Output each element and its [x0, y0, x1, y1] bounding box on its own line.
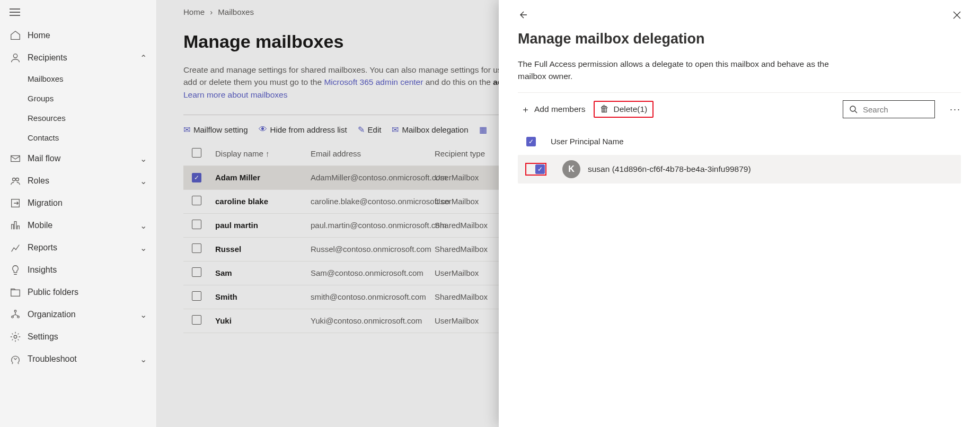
- person-icon: [10, 52, 22, 64]
- mobile-icon: [10, 220, 22, 231]
- search-box[interactable]: [843, 100, 935, 118]
- chevron-down-icon: ⌄: [140, 243, 147, 253]
- trouble-icon: [10, 353, 22, 365]
- settings-icon: [10, 331, 22, 343]
- sidebar-subitem-mailboxes[interactable]: Mailboxes: [0, 69, 156, 89]
- row-checkbox[interactable]: [192, 243, 201, 253]
- chevron-down-icon: ⌄: [140, 354, 147, 364]
- delegation-panel: Manage mailbox delegation The Full Acces…: [499, 0, 980, 427]
- back-button[interactable]: [518, 10, 527, 20]
- cell-email: AdamMiller@contoso.onmicrosoft.com: [311, 173, 435, 182]
- reports-icon: [10, 242, 22, 254]
- chevron-down-icon: ⌄: [140, 221, 147, 231]
- hide-from-list-button[interactable]: 👁Hide from address list: [259, 125, 347, 135]
- sort-asc-icon: ↑: [266, 149, 270, 158]
- sidebar-item-organization[interactable]: Organization⌄: [0, 303, 156, 326]
- sidebar-item-label: Mobile: [28, 221, 52, 230]
- cell-type: UserMailbox: [435, 173, 509, 182]
- svg-rect-1: [11, 156, 20, 162]
- row-checkbox[interactable]: [192, 291, 201, 301]
- cell-type: UserMailbox: [435, 197, 509, 206]
- sidebar-item-settings[interactable]: Settings: [0, 326, 156, 348]
- mailflow-icon: ✉: [183, 125, 190, 135]
- svg-point-0: [13, 54, 17, 58]
- sidebar-item-troubleshoot[interactable]: Troubleshoot⌄: [0, 348, 156, 370]
- mailbox-delegation-button[interactable]: ✉Mailbox delegation: [392, 125, 468, 135]
- member-row[interactable]: ✓ K susan (41d896n-cf6f-4b78-be4a-3infu9…: [518, 155, 961, 184]
- cell-type: SharedMailbox: [435, 221, 509, 230]
- chevron-down-icon: ⌄: [140, 310, 147, 320]
- row-checkbox[interactable]: ✓: [192, 173, 201, 182]
- sidebar-item-label: Contacts: [28, 133, 59, 142]
- cell-email: Yuki@contoso.onmicrosoft.com: [311, 316, 435, 325]
- chevron-down-icon: ⌄: [140, 176, 147, 186]
- overflow-menu[interactable]: ···: [950, 104, 961, 115]
- cell-display-name: Smith: [215, 292, 311, 301]
- sidebar-item-insights[interactable]: Insights: [0, 259, 156, 281]
- hamburger-menu[interactable]: [0, 0, 156, 24]
- sidebar-item-label: Recipients: [28, 53, 67, 63]
- svg-point-6: [14, 310, 16, 312]
- member-principal-name: susan (41d896n-cf6f-4b78-be4a-3infu99879…: [588, 164, 751, 174]
- cell-type: SharedMailbox: [435, 292, 509, 301]
- row-checkbox[interactable]: [192, 315, 201, 325]
- trash-icon: 🗑: [600, 104, 609, 115]
- search-icon: [850, 106, 858, 114]
- mailflow-setting-button[interactable]: ✉Mailflow setting: [183, 125, 248, 135]
- more-button[interactable]: ▦: [479, 125, 487, 135]
- cell-type: UserMailbox: [435, 268, 509, 277]
- sidebar-subitem-resources[interactable]: Resources: [0, 108, 156, 128]
- home-icon: [10, 30, 22, 41]
- sidebar-item-mobile[interactable]: Mobile⌄: [0, 214, 156, 237]
- sidebar-item-mail-flow[interactable]: Mail flow⌄: [0, 147, 156, 170]
- avatar: K: [562, 160, 580, 178]
- sidebar: HomeRecipients⌃MailboxesGroupsResourcesC…: [0, 0, 157, 427]
- close-button[interactable]: [953, 11, 961, 19]
- member-checkbox[interactable]: ✓: [535, 164, 545, 174]
- edit-button[interactable]: ✎Edit: [358, 125, 382, 135]
- admin-center-link[interactable]: Microsoft 365 admin center: [324, 77, 423, 86]
- envelope-icon: ✉: [392, 125, 399, 135]
- migration-icon: [10, 197, 22, 209]
- select-all-members-checkbox[interactable]: ✓: [526, 137, 536, 146]
- row-checkbox[interactable]: [192, 220, 201, 229]
- sidebar-item-label: Mailboxes: [28, 74, 64, 83]
- sidebar-subitem-contacts[interactable]: Contacts: [0, 128, 156, 147]
- sidebar-item-roles[interactable]: Roles⌄: [0, 170, 156, 192]
- cell-type: SharedMailbox: [435, 245, 509, 254]
- col-email[interactable]: Email address: [311, 149, 435, 158]
- select-all-checkbox[interactable]: [192, 148, 201, 158]
- learn-more-link[interactable]: Learn more about mailboxes: [183, 90, 287, 99]
- search-input[interactable]: [863, 105, 928, 114]
- sidebar-item-label: Settings: [28, 332, 58, 342]
- row-checkbox[interactable]: [192, 196, 201, 205]
- chevron-up-icon: ⌃: [140, 53, 147, 63]
- insights-icon: [10, 264, 22, 276]
- sidebar-item-home[interactable]: Home: [0, 24, 156, 47]
- breadcrumb-current: Mailboxes: [218, 7, 254, 16]
- cell-type: UserMailbox: [435, 316, 509, 325]
- cell-display-name: Sam: [215, 268, 311, 277]
- sidebar-item-migration[interactable]: Migration: [0, 192, 156, 214]
- sidebar-item-reports[interactable]: Reports⌄: [0, 237, 156, 259]
- cell-email: smith@contoso.onmicrosoft.com: [311, 292, 435, 301]
- grid-icon: ▦: [479, 125, 487, 135]
- chevron-right-icon: ›: [210, 7, 213, 16]
- breadcrumb-home[interactable]: Home: [183, 7, 205, 16]
- col-display-name[interactable]: Display name: [215, 149, 263, 158]
- sidebar-subitem-groups[interactable]: Groups: [0, 89, 156, 108]
- delete-button[interactable]: 🗑 Delete(1): [594, 101, 654, 118]
- chevron-down-icon: ⌄: [140, 154, 147, 164]
- org-icon: [10, 309, 22, 320]
- sidebar-item-label: Groups: [28, 94, 54, 103]
- add-members-button[interactable]: ＋ Add members: [518, 100, 588, 119]
- panel-toolbar: ＋ Add members 🗑 Delete(1) ···: [518, 93, 961, 119]
- sidebar-item-label: Resources: [28, 114, 66, 123]
- row-checkbox[interactable]: [192, 267, 201, 277]
- sidebar-item-public-folders[interactable]: Public folders: [0, 281, 156, 303]
- sidebar-item-recipients[interactable]: Recipients⌃: [0, 47, 156, 69]
- col-type[interactable]: Recipient type: [435, 149, 509, 158]
- cell-email: Sam@contoso.onmicrosoft.com: [311, 268, 435, 277]
- panel-description: The Full Access permission allows a dele…: [518, 58, 857, 83]
- svg-point-3: [16, 178, 19, 181]
